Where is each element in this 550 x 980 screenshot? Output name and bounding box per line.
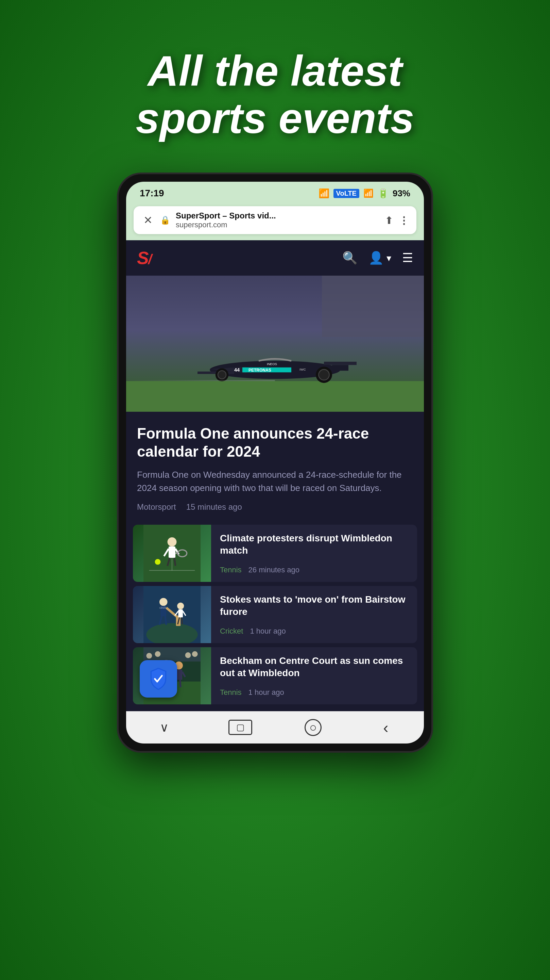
hero-image: PETRONAS INEOS 44 IWC — [126, 275, 424, 412]
list-item[interactable]: cinch Stokes wants to 'move on' from Bai… — [133, 586, 417, 643]
hamburger-menu-icon[interactable]: ☰ — [402, 251, 413, 265]
svg-point-25 — [155, 559, 161, 565]
news-title-3: Beckham on Centre Court as sun comes out… — [220, 655, 408, 679]
user-menu[interactable]: 👤 ▾ — [368, 251, 391, 265]
browser-url-container: SuperSport – Sports vid... supersport.co… — [176, 211, 379, 229]
news-thumbnail-tennis — [133, 525, 211, 582]
svg-point-56 — [155, 651, 161, 657]
browser-url-title: SuperSport – Sports vid... — [176, 211, 379, 221]
news-content-3: Beckham on Centre Court as sun comes out… — [211, 647, 417, 705]
svg-point-12 — [319, 369, 329, 380]
news-time-1: 26 minutes ago — [249, 566, 300, 574]
svg-point-17 — [168, 537, 177, 546]
news-category-1: Tennis — [220, 566, 242, 574]
hero-time: 15 minutes ago — [186, 502, 242, 512]
nav-home-button[interactable]: ○ — [304, 719, 322, 736]
svg-point-55 — [146, 653, 152, 659]
svg-line-22 — [174, 558, 175, 566]
svg-text:IWC: IWC — [300, 368, 306, 372]
hero-excerpt: Formula One on Wednesday announced a 24-… — [137, 468, 413, 495]
hero-category: Motorsport — [137, 502, 176, 512]
ss-logo: S/ — [137, 248, 151, 268]
svg-point-28 — [159, 598, 168, 606]
ss-navbar: S/ 🔍 👤 ▾ ☰ — [126, 240, 424, 275]
search-icon[interactable]: 🔍 — [342, 251, 358, 265]
svg-rect-18 — [169, 546, 175, 558]
phone-bottom-nav: ∨ ▢ ○ ‹ — [126, 711, 424, 743]
svg-line-39 — [182, 617, 182, 624]
svg-line-53 — [180, 680, 181, 687]
news-title-2: Stokes wants to 'move on' from Bairstow … — [220, 593, 408, 618]
browser-menu-button[interactable]: ⋮ — [399, 215, 409, 226]
status-icons: 📶 VoLTE 📶 🔋 93% — [319, 188, 410, 199]
news-content: Climate protesters disrupt Wimbledon mat… — [211, 525, 417, 582]
status-time: 17:19 — [140, 188, 164, 199]
svg-point-34 — [177, 603, 184, 609]
svg-rect-2 — [324, 362, 357, 365]
browser-share-button[interactable]: ⬆ — [385, 215, 393, 226]
status-bar: 17:19 📶 VoLTE 📶 🔋 93% — [126, 182, 424, 203]
volte-badge: VoLTE — [333, 189, 359, 198]
website-container: S/ 🔍 👤 ▾ ☰ — [126, 240, 424, 711]
browser-chrome: ✕ 🔒 SuperSport – Sports vid... superspor… — [126, 203, 424, 240]
signal-icon: 📶 — [319, 188, 330, 199]
nav-down-button[interactable]: ∨ — [152, 721, 176, 735]
battery-icon: 🔋 — [378, 188, 388, 199]
svg-text:44: 44 — [234, 367, 239, 372]
news-meta-3: Tennis 1 hour ago — [220, 688, 408, 697]
svg-rect-54 — [143, 647, 201, 662]
svg-point-10 — [218, 371, 226, 379]
shield-badge — [140, 660, 177, 698]
svg-point-58 — [192, 651, 198, 657]
news-time-3: 1 hour ago — [249, 688, 284, 697]
svg-rect-3 — [332, 365, 349, 371]
hero-title: Formula One announces 24-race calendar f… — [137, 425, 413, 461]
news-category-3: Tennis — [220, 688, 242, 697]
svg-text:INEOS: INEOS — [267, 362, 277, 366]
headline-text: All the latest sports events — [136, 48, 414, 142]
phone-device: 17:19 📶 VoLTE 📶 🔋 93% ✕ 🔒 SuperSport – S… — [117, 172, 433, 753]
hero-meta: Motorsport 15 minutes ago — [137, 502, 413, 512]
browser-close-button[interactable]: ✕ — [141, 214, 155, 227]
list-item[interactable]: Climate protesters disrupt Wimbledon mat… — [133, 525, 417, 582]
chevron-down-icon: ▾ — [387, 253, 391, 264]
battery-percent: 93% — [393, 188, 410, 199]
news-title: Climate protesters disrupt Wimbledon mat… — [220, 532, 408, 557]
hero-article: Formula One announces 24-race calendar f… — [126, 412, 424, 525]
news-meta-1: Tennis 26 minutes ago — [220, 566, 408, 574]
ss-nav-icons: 🔍 👤 ▾ ☰ — [342, 251, 413, 265]
browser-url-domain: supersport.com — [176, 221, 379, 229]
nav-recent-button[interactable]: ▢ — [228, 720, 252, 735]
news-thumbnail-cricket: cinch — [133, 586, 211, 643]
news-meta-2: Cricket 1 hour ago — [220, 627, 408, 636]
browser-lock-icon: 🔒 — [160, 215, 170, 225]
svg-rect-35 — [178, 609, 182, 617]
nav-back-button[interactable]: ‹ — [374, 720, 398, 735]
news-list: Climate protesters disrupt Wimbledon mat… — [126, 525, 424, 711]
list-item[interactable]: Beckham on Centre Court as sun comes out… — [133, 647, 417, 705]
signal-bars-icon: 📶 — [363, 189, 374, 198]
news-time-2: 1 hour ago — [250, 627, 285, 636]
news-content-2: Stokes wants to 'move on' from Bairstow … — [211, 586, 417, 643]
svg-text:PETRONAS: PETRONAS — [249, 368, 271, 372]
svg-line-33 — [165, 616, 166, 625]
news-category-2: Cricket — [220, 627, 243, 636]
svg-text:cinch: cinch — [159, 606, 166, 609]
user-icon: 👤 — [368, 251, 384, 265]
svg-point-57 — [185, 652, 191, 658]
